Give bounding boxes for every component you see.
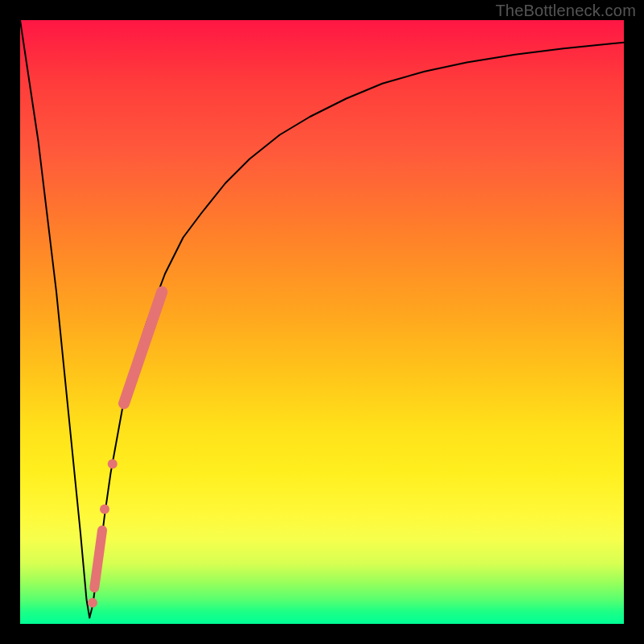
marker-dot-1	[108, 459, 118, 469]
marker-dot-3	[88, 598, 97, 608]
curve-bottleneck-curve	[20, 20, 624, 618]
watermark-text: TheBottleneck.com	[495, 2, 636, 20]
plot-area	[20, 20, 624, 624]
marker-highlight-segment	[124, 292, 162, 404]
marker-group	[88, 292, 162, 608]
chart-frame: TheBottleneck.com	[0, 0, 644, 644]
marker-dot-2	[100, 505, 109, 514]
chart-svg	[20, 20, 624, 624]
curve-group	[20, 20, 624, 618]
marker-highlight-small	[94, 530, 102, 588]
